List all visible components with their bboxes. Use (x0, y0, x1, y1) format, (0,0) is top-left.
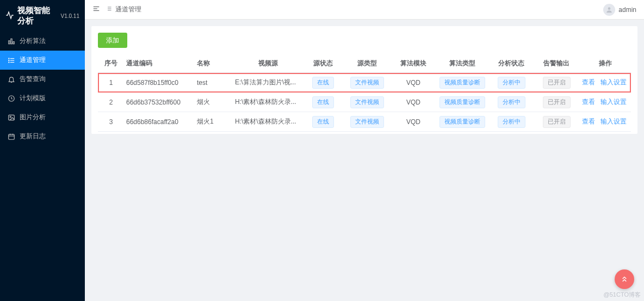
app-title: 视频智能分析 (17, 5, 58, 26)
cell-code: 66d587f8b15ff0c0 (124, 79, 195, 87)
table-body: 166d587f8b15ff0c0testE:\算法算力图片\视...在线文件视… (98, 73, 631, 132)
cell-src-state: 在线 (304, 116, 343, 128)
algtype-tag: 视频质量诊断 (439, 116, 485, 128)
channel-table: 序号 通道编码 名称 视频源 源状态 源类型 算法模块 算法类型 分析状态 告警… (98, 54, 631, 132)
status-tag: 在线 (312, 77, 334, 89)
table-row: 166d587f8b15ff0c0testE:\算法算力图片\视...在线文件视… (98, 73, 631, 93)
cell-src-type: 文件视频 (343, 116, 392, 128)
cell-code: 66d6b37532bff600 (124, 99, 195, 106)
sidebar-item-5[interactable]: 更新日志 (0, 127, 85, 146)
app-logo: 视频智能分析V1.0.11 (0, 0, 85, 32)
list-icon (8, 57, 15, 64)
status-tag: 在线 (312, 96, 334, 108)
bell-icon (8, 76, 15, 83)
cell-src-type: 文件视频 (343, 96, 392, 108)
svg-point-7 (9, 60, 9, 60)
cell-name: test (195, 79, 233, 87)
col-src-state: 源状态 (304, 59, 343, 68)
cell-idx: 1 (98, 79, 124, 87)
cell-src-state: 在线 (304, 96, 343, 108)
cell-ops: 查看输入设置算法设置输出设置删除 (580, 78, 631, 87)
col-alg-mod: 算法模块 (392, 59, 435, 68)
cell-ana-state: 分析中 (490, 96, 533, 108)
svg-point-6 (9, 58, 9, 58)
input-link[interactable]: 输入设置 (600, 117, 627, 126)
sidebar-item-2[interactable]: 告警查询 (0, 70, 85, 89)
warn-tag: 已开启 (543, 116, 571, 128)
table-row: 366d6b86facaff2a0烟火1H:\素材\森林防火录...在线文件视频… (98, 112, 631, 132)
warn-tag: 已开启 (543, 96, 571, 108)
view-link[interactable]: 查看 (582, 117, 595, 126)
cell-source: H:\素材\森林防火录... (233, 117, 304, 126)
list-icon (106, 5, 112, 14)
sidebar-item-0[interactable]: 分析算法 (0, 32, 85, 51)
cell-code: 66d6b86facaff2a0 (124, 118, 195, 126)
user-name: admin (618, 6, 636, 14)
cell-warn-out: 已开启 (533, 116, 580, 128)
collapse-icon[interactable] (92, 5, 100, 14)
anastate-tag: 分析中 (498, 116, 525, 128)
sidebar-item-4[interactable]: 图片分析 (0, 108, 85, 127)
warn-tag: 已开启 (543, 77, 571, 89)
panel: 添加 序号 通道编码 名称 视频源 源状态 源类型 算法模块 算法类型 分析状态… (91, 26, 637, 134)
user-menu[interactable]: admin (603, 4, 636, 16)
svg-point-8 (9, 62, 9, 62)
col-ops: 操作 (580, 59, 631, 68)
svg-rect-10 (9, 115, 15, 120)
sidebar-item-3[interactable]: 计划模版 (0, 89, 85, 108)
cell-ana-state: 分析中 (490, 77, 533, 89)
cell-warn-out: 已开启 (533, 77, 580, 89)
table-header: 序号 通道编码 名称 视频源 源状态 源类型 算法模块 算法类型 分析状态 告警… (98, 54, 631, 73)
cell-alg-mod: VQD (392, 118, 435, 126)
table-row: 266d6b37532bff600烟火H:\素材\森林防火录...在线文件视频V… (98, 93, 631, 112)
sidebar-nav: 分析算法通道管理告警查询计划模版图片分析更新日志 (0, 32, 85, 146)
cell-alg-type: 视频质量诊断 (435, 77, 490, 89)
cell-idx: 2 (98, 99, 124, 106)
cell-ops: 查看输入设置算法设置输出设置删除 (580, 97, 631, 107)
view-link[interactable]: 查看 (582, 78, 595, 87)
breadcrumb-text: 通道管理 (115, 5, 141, 14)
content: 添加 序号 通道编码 名称 视频源 源状态 源类型 算法模块 算法类型 分析状态… (85, 20, 644, 301)
col-warn-out: 告警输出 (533, 59, 580, 68)
cell-source: E:\算法算力图片\视... (233, 78, 304, 87)
cell-idx: 3 (98, 118, 124, 126)
view-link[interactable]: 查看 (582, 97, 595, 107)
algtype-tag: 视频质量诊断 (439, 77, 485, 89)
calendar-icon (8, 133, 15, 140)
cell-name: 烟火1 (195, 117, 233, 126)
type-tag: 文件视频 (350, 77, 384, 89)
clock-icon (8, 95, 15, 102)
main: 通道管理 admin 添加 序号 通道编码 名称 视频源 (85, 0, 644, 301)
cell-alg-mod: VQD (392, 99, 435, 106)
input-link[interactable]: 输入设置 (600, 97, 627, 107)
svg-rect-2 (13, 41, 14, 44)
cell-warn-out: 已开启 (533, 96, 580, 108)
pulse-icon (5, 11, 14, 21)
col-alg-type: 算法类型 (435, 59, 490, 68)
type-tag: 文件视频 (350, 96, 384, 108)
col-ana-state: 分析状态 (490, 59, 533, 68)
svg-rect-12 (9, 134, 15, 139)
svg-point-25 (608, 7, 611, 10)
svg-rect-0 (9, 40, 10, 44)
input-link[interactable]: 输入设置 (600, 78, 627, 87)
cell-ana-state: 分析中 (490, 116, 533, 128)
topbar-left: 通道管理 (92, 5, 141, 14)
sidebar-item-1[interactable]: 通道管理 (0, 51, 85, 70)
col-code: 通道编码 (124, 59, 195, 68)
sidebar-item-label: 计划模版 (20, 94, 46, 103)
bar-chart-icon (8, 38, 15, 45)
col-idx: 序号 (98, 59, 124, 68)
add-button[interactable]: 添加 (98, 33, 127, 48)
cell-alg-type: 视频质量诊断 (435, 96, 490, 108)
cell-src-state: 在线 (304, 77, 343, 89)
scroll-top-button[interactable] (615, 269, 634, 289)
sidebar-item-label: 通道管理 (20, 56, 46, 65)
sidebar-item-label: 更新日志 (20, 132, 46, 141)
app-root: 视频智能分析V1.0.11 分析算法通道管理告警查询计划模版图片分析更新日志 通… (0, 0, 644, 301)
col-source: 视频源 (233, 59, 304, 68)
cell-name: 烟火 (195, 97, 233, 107)
sidebar-item-label: 分析算法 (20, 36, 46, 46)
svg-point-11 (10, 116, 11, 117)
cell-alg-mod: VQD (392, 79, 435, 87)
